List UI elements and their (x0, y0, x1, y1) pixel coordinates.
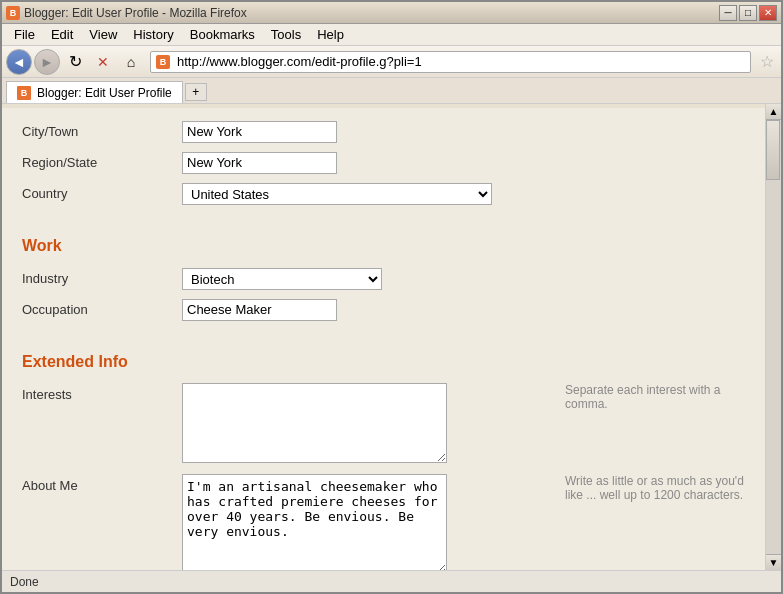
scroll-thumb[interactable] (766, 120, 780, 180)
country-select[interactable]: United States Canada United Kingdom Aust… (182, 183, 492, 205)
bookmark-star-icon[interactable]: ☆ (757, 52, 777, 72)
title-bar: B Blogger: Edit User Profile - Mozilla F… (2, 2, 781, 24)
industry-field: Biotech Technology Finance Education Hea… (182, 268, 745, 290)
city-row: City/Town (22, 120, 745, 143)
menu-help[interactable]: Help (309, 25, 352, 44)
forward-button[interactable]: ► (34, 49, 60, 75)
occupation-field (182, 299, 745, 321)
country-label: Country (22, 182, 182, 205)
menu-edit[interactable]: Edit (43, 25, 81, 44)
browser-window: B Blogger: Edit User Profile - Mozilla F… (0, 0, 783, 594)
about-field: I'm an artisanal cheesemaker who has cra… (182, 474, 549, 570)
interests-field (182, 383, 549, 466)
about-textarea[interactable]: I'm an artisanal cheesemaker who has cra… (182, 474, 447, 570)
tab-label: Blogger: Edit User Profile (37, 86, 172, 100)
about-hint: Write as little or as much as you'd like… (565, 474, 745, 502)
active-tab[interactable]: B Blogger: Edit User Profile (6, 81, 183, 103)
window-title: Blogger: Edit User Profile - Mozilla Fir… (24, 6, 719, 20)
industry-label: Industry (22, 267, 182, 290)
new-tab-button[interactable]: + (185, 83, 207, 101)
vertical-scrollbar: ▲ ▼ (765, 104, 781, 570)
about-label: About Me (22, 474, 182, 497)
industry-row: Industry Biotech Technology Finance Educ… (22, 267, 745, 290)
region-label: Region/State (22, 151, 182, 174)
menu-tools[interactable]: Tools (263, 25, 309, 44)
maximize-button[interactable]: □ (739, 5, 757, 21)
interests-textarea[interactable] (182, 383, 447, 463)
scroll-up-button[interactable]: ▲ (766, 104, 781, 120)
region-input[interactable] (182, 152, 337, 174)
occupation-label: Occupation (22, 298, 182, 321)
window-controls: ─ □ ✕ (719, 5, 777, 21)
region-field (182, 152, 745, 174)
extended-section-header: Extended Info (22, 353, 745, 371)
scroll-down-button[interactable]: ▼ (766, 554, 781, 570)
menu-bar: File Edit View History Bookmarks Tools H… (2, 24, 781, 46)
url-input[interactable] (175, 54, 750, 69)
menu-view[interactable]: View (81, 25, 125, 44)
about-row: About Me I'm an artisanal cheesemaker wh… (22, 474, 745, 570)
occupation-input[interactable] (182, 299, 337, 321)
interests-hint: Separate each interest with a comma. (565, 383, 745, 411)
menu-file[interactable]: File (6, 25, 43, 44)
back-button[interactable]: ◄ (6, 49, 32, 75)
menu-bookmarks[interactable]: Bookmarks (182, 25, 263, 44)
interests-label: Interests (22, 383, 182, 406)
window-favicon: B (6, 6, 20, 20)
page-content: City/Town Region/State Country (2, 104, 765, 570)
menu-history[interactable]: History (125, 25, 181, 44)
tab-bar: B Blogger: Edit User Profile + (2, 78, 781, 104)
country-row: Country United States Canada United King… (22, 182, 745, 205)
address-bar[interactable]: B (150, 51, 751, 73)
toolbar: ◄ ► ↻ ✕ ⌂ B ☆ (2, 46, 781, 78)
status-bar: Done (2, 570, 781, 592)
region-row: Region/State (22, 151, 745, 174)
status-text: Done (10, 575, 39, 589)
city-input[interactable] (182, 121, 337, 143)
scroll-track[interactable] (766, 120, 781, 554)
reload-button[interactable]: ↻ (62, 49, 88, 75)
country-field: United States Canada United Kingdom Aust… (182, 183, 745, 205)
industry-select[interactable]: Biotech Technology Finance Education Hea… (182, 268, 382, 290)
occupation-row: Occupation (22, 298, 745, 321)
city-label: City/Town (22, 120, 182, 143)
tab-favicon-icon: B (17, 86, 31, 100)
stop-button[interactable]: ✕ (90, 49, 116, 75)
interests-row: Interests Separate each interest with a … (22, 383, 745, 466)
work-section-header: Work (22, 237, 745, 255)
home-button[interactable]: ⌂ (118, 49, 144, 75)
content-area: City/Town Region/State Country (2, 104, 781, 570)
city-field (182, 121, 745, 143)
blogger-favicon-icon: B (153, 52, 173, 72)
close-button[interactable]: ✕ (759, 5, 777, 21)
minimize-button[interactable]: ─ (719, 5, 737, 21)
